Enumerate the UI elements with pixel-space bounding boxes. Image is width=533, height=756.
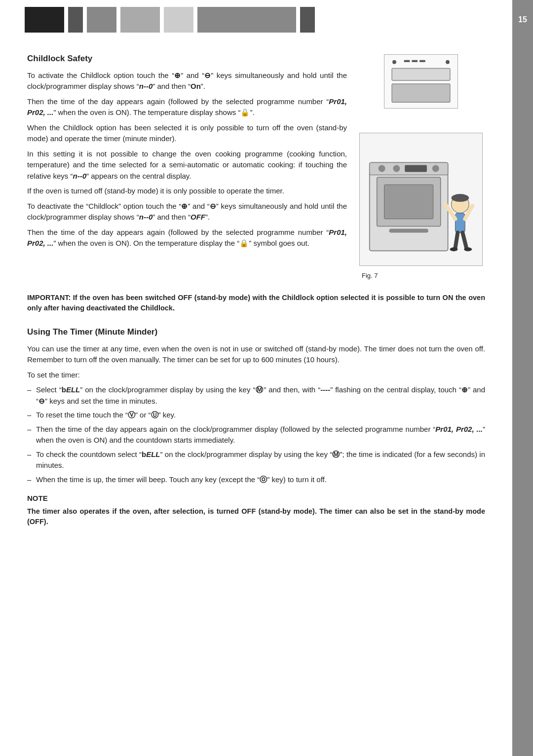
oven-top-diagram <box>384 54 458 112</box>
timer-heading: Using The Timer (Minute Minder) <box>27 326 485 339</box>
fig7-svg <box>359 133 483 266</box>
childlock-para6: To deactivate the “Childlock” option tou… <box>27 201 347 223</box>
timer-bullet-list: Select “bELL” on the clock/programmer di… <box>27 384 485 485</box>
timer-bullet-1: Select “bELL” on the clock/programmer di… <box>27 384 485 407</box>
childlock-text-column: Childlock Safety To activate the Childlo… <box>27 49 347 281</box>
page-sidebar: 15 <box>512 0 533 756</box>
bar-block-2 <box>68 7 83 33</box>
svg-rect-15 <box>405 165 427 172</box>
top-decorative-bar <box>0 0 533 39</box>
svg-point-24 <box>464 247 472 251</box>
bar-block-7 <box>300 7 315 33</box>
timer-para2: To set the timer: <box>27 370 485 381</box>
childlock-para3: When the Childlock option has been selec… <box>27 122 347 145</box>
fig7-wrapper: Fig. 7 <box>359 133 483 281</box>
childlock-para5: If the oven is turned off (stand-by mode… <box>27 186 347 197</box>
svg-rect-5 <box>392 68 450 80</box>
svg-rect-18 <box>455 213 465 232</box>
timer-bullet-2: To reset the time touch the “Ⓥ” or “Ⓤ” k… <box>27 410 485 421</box>
childlock-para7: Then the time of the day appears again (… <box>27 227 347 249</box>
bar-block-6 <box>197 7 296 33</box>
svg-point-17 <box>452 194 469 202</box>
svg-line-21 <box>455 232 457 248</box>
svg-rect-1 <box>404 60 410 62</box>
svg-point-12 <box>379 165 385 172</box>
figures-column: Fig. 7 <box>357 49 485 281</box>
bar-block-3 <box>87 7 116 33</box>
main-content: Childlock Safety To activate the Childlo… <box>0 39 512 551</box>
childlock-section: Childlock Safety To activate the Childlo… <box>27 49 485 281</box>
bar-block-4 <box>120 7 160 33</box>
fig7-label: Fig. 7 <box>359 271 483 281</box>
svg-point-14 <box>432 165 439 172</box>
svg-rect-2 <box>412 60 418 62</box>
timer-bullet-5: When the time is up, the timer will beep… <box>27 474 485 486</box>
childlock-heading: Childlock Safety <box>27 52 347 65</box>
note-section: NOTE The timer also operates if the oven… <box>27 493 485 528</box>
svg-rect-9 <box>384 185 433 219</box>
note-body: The timer also operates if the oven, aft… <box>27 506 485 528</box>
svg-point-0 <box>392 60 396 64</box>
note-heading: NOTE <box>27 493 485 504</box>
childlock-para4: In this setting it is not possible to ch… <box>27 149 347 182</box>
bar-block-1 <box>25 7 64 33</box>
svg-point-13 <box>393 165 400 172</box>
oven-top-svg <box>384 54 458 109</box>
svg-line-22 <box>462 232 466 248</box>
timer-section: Using The Timer (Minute Minder) You can … <box>27 326 485 528</box>
important-note: IMPORTANT: If the oven has been switched… <box>27 293 485 314</box>
timer-para1: You can use the timer at any time, even … <box>27 343 485 366</box>
important-text: IMPORTANT: If the oven has been switched… <box>27 294 485 312</box>
svg-rect-10 <box>389 228 428 232</box>
svg-point-4 <box>446 60 450 64</box>
svg-rect-6 <box>392 84 450 102</box>
svg-point-23 <box>450 247 458 251</box>
svg-rect-3 <box>419 60 425 62</box>
bar-block-5 <box>164 7 193 33</box>
childlock-para1: To activate the Childlock option touch t… <box>27 70 347 92</box>
timer-bullet-3: Then the time of the day appears again o… <box>27 424 485 446</box>
timer-bullet-4: To check the countdown select “bELL” on … <box>27 449 485 471</box>
childlock-para2: Then the time of the day appears again (… <box>27 96 347 118</box>
page-number: 15 <box>518 14 527 26</box>
